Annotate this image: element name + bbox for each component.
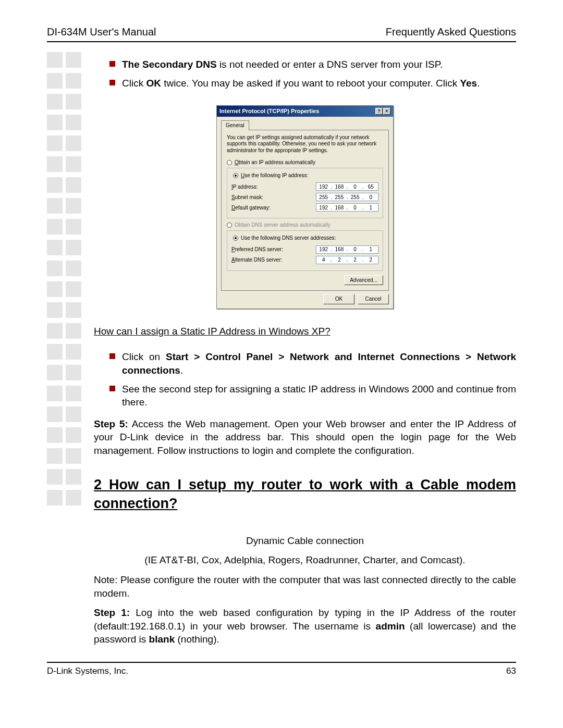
section-2-heading: 2 How can I setup my router to work with… <box>94 475 516 513</box>
decorative-sidebar <box>47 52 81 505</box>
radio-label: Use the following IP address: <box>241 172 308 179</box>
note-text: Note: Please configure the router with t… <box>94 573 516 600</box>
radio-icon <box>233 236 238 241</box>
radio-icon <box>233 173 238 178</box>
radio-use-ip[interactable]: Use the following IP address: <box>231 172 310 179</box>
default-gateway-input[interactable]: 192. 168. 0. 1 <box>316 203 378 212</box>
page-header: DI-634M User's Manual Frequently Asked Q… <box>47 26 516 42</box>
alternate-dns-label: Alternate DNS server: <box>231 256 282 264</box>
dynamic-subtitle: (IE AT&T-BI, Cox, Adelphia, Rogers, Road… <box>94 553 516 567</box>
list-item: See the second step for assigning a stat… <box>109 382 516 409</box>
ip-label: IP address: <box>231 183 258 191</box>
footer-company: D-Link Systems, Inc. <box>47 666 128 676</box>
dialog-figure: Internet Protocol (TCP/IP) Properties ? … <box>94 105 516 309</box>
radio-label: Obtain an IP address automatically <box>235 159 315 166</box>
ip-address-input[interactable]: 192. 168. 0. 65 <box>316 182 378 191</box>
list-item: The Secondary DNS is not needed or enter… <box>109 58 516 71</box>
radio-use-dns[interactable]: Use the following DNS server addresses: <box>231 235 337 242</box>
alternate-dns-input[interactable]: 4. 2. 2. 2 <box>316 256 378 264</box>
gateway-label: Default gateway: <box>231 204 271 212</box>
step-5-text: Step 5: Access the Web management. Open … <box>94 417 516 458</box>
tcpip-properties-dialog: Internet Protocol (TCP/IP) Properties ? … <box>216 105 394 309</box>
header-right: Frequently Asked Questions <box>386 26 516 38</box>
radio-label: Use the following DNS server addresses: <box>241 235 336 242</box>
dns-group: Use the following DNS server addresses: … <box>227 230 383 271</box>
tab-general[interactable]: General <box>221 120 249 130</box>
page-footer: D-Link Systems, Inc. 63 <box>47 662 516 676</box>
ip-group: Use the following IP address: IP address… <box>227 168 383 219</box>
preferred-dns-label: Preferred DNS server: <box>231 246 283 253</box>
ok-button[interactable]: OK <box>323 294 354 304</box>
dialog-intro-text: You can get IP settings assigned automat… <box>227 134 383 154</box>
preferred-dns-input[interactable]: 192. 168. 0. 1 <box>316 245 378 254</box>
dialog-title: Internet Protocol (TCP/IP) Properties <box>219 107 319 115</box>
radio-icon <box>227 160 232 165</box>
subnet-label: Subnet mask: <box>231 194 263 201</box>
tab-panel: You can get IP settings assigned automat… <box>221 130 389 291</box>
bullet-list-top: The Secondary DNS is not needed or enter… <box>94 58 516 90</box>
advanced-button[interactable]: Advanced... <box>344 275 383 286</box>
help-icon[interactable]: ? <box>375 108 383 115</box>
xp-heading: How can I assign a Static IP Address in … <box>94 325 516 338</box>
radio-obtain-ip[interactable]: Obtain an IP address automatically <box>227 159 383 166</box>
manual-page: DI-634M User's Manual Frequently Asked Q… <box>0 0 563 697</box>
list-item: Click on Start > Control Panel > Network… <box>109 350 516 377</box>
subnet-mask-input[interactable]: 255. 255. 255. 0 <box>316 193 378 201</box>
radio-icon <box>227 223 232 228</box>
dynamic-title: Dynamic Cable connection <box>94 534 516 548</box>
cancel-button[interactable]: Cancel <box>358 294 389 304</box>
radio-label: Obtain DNS server address automatically <box>235 221 330 229</box>
bullet-list-xp: Click on Start > Control Panel > Network… <box>94 350 516 409</box>
list-item: Click OK twice. You may be asked if you … <box>109 77 516 90</box>
footer-page-number: 63 <box>506 666 516 676</box>
step-1-text: Step 1: Log into the web based configura… <box>94 606 516 646</box>
header-left: DI-634M User's Manual <box>47 26 156 38</box>
dialog-titlebar: Internet Protocol (TCP/IP) Properties ? … <box>217 106 393 117</box>
radio-obtain-dns: Obtain DNS server address automatically <box>227 221 383 229</box>
close-icon[interactable]: × <box>383 108 390 115</box>
page-content: The Secondary DNS is not needed or enter… <box>94 58 516 646</box>
